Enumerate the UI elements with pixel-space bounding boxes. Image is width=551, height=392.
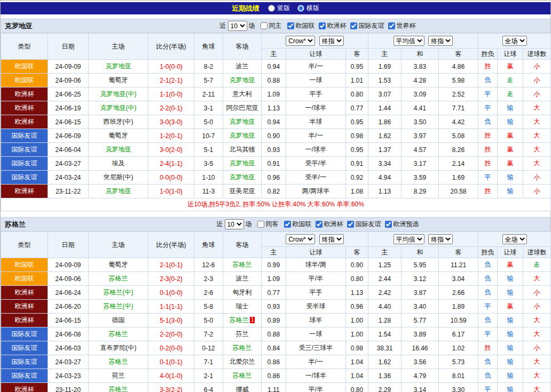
competition-checkbox-label[interactable]: 欧洲杯 (314, 220, 343, 229)
competition-checkbox[interactable] (347, 221, 354, 228)
cell-corners: 8-2 (194, 60, 223, 74)
cell-type: 国际友谊 (1, 129, 48, 143)
match-row: 欧国联24-09-09克罗地亚1-0(0-0)8-2波兰0.94半/一0.951… (1, 60, 551, 74)
subheader-odds-home: 主 (262, 49, 286, 60)
odds-source-select[interactable]: Crow* (286, 234, 315, 244)
cell-handicap_result: 赢 (498, 300, 523, 314)
same-venue-checkbox-label[interactable]: 同主 (259, 21, 282, 30)
cell-type: 国际友谊 (1, 355, 48, 369)
scope-select[interactable]: 全场 (502, 36, 527, 46)
cell-type: 国际友谊 (1, 341, 48, 355)
team-name: 苏格兰 (1, 220, 85, 229)
cell-handicap_result: 输 (498, 101, 523, 115)
cell-avg_away: 11.21 (439, 258, 478, 272)
cell-avg_home: 4.94 (368, 171, 402, 185)
layout-option-2[interactable]: 横版 (296, 4, 319, 13)
cell-crow_handicap: 球半 (286, 314, 346, 327)
odds-stage-select[interactable]: 终指 (319, 36, 344, 46)
competition-checkbox-label[interactable]: 欧洲杯 (318, 21, 347, 30)
cell-avg_home: 1.62 (368, 355, 402, 369)
competition-checkbox-label[interactable]: 国际友谊 (349, 21, 384, 30)
match-row: 欧洲杯24-06-25克罗地亚(中)1-1(0-0)2-11意大利1.09平手0… (1, 87, 551, 101)
cell-result: 负 (478, 369, 498, 383)
cell-home: 荷兰 (89, 369, 148, 383)
scope-group-header: 全场 (478, 34, 551, 49)
cell-crow_home: 0.94 (262, 60, 286, 74)
cell-crow_home: 0.82 (262, 185, 286, 198)
cell-crow_away: 0.95 (346, 60, 368, 74)
odds-source-select[interactable]: Crow* (286, 36, 315, 46)
competition-checkbox-label[interactable]: 国际友谊 (346, 220, 381, 229)
same-venue-checkbox[interactable] (257, 221, 264, 228)
cell-result: 平 (478, 327, 498, 341)
avg-source-select[interactable]: 平均值 (393, 36, 424, 46)
competition-checkbox-label[interactable]: 欧洲预选 (384, 220, 419, 229)
competition-checkbox[interactable] (284, 221, 291, 228)
avg-source-select[interactable]: 平均值 (393, 234, 424, 244)
cell-avg_draw: 3.17 (402, 157, 439, 171)
cell-avg_draw: 3.40 (402, 300, 439, 314)
cell-avg_home: 1.54 (368, 327, 402, 341)
subheader-goals: 进球数 (523, 49, 551, 60)
cell-score: 1-1(1-1) (148, 300, 194, 314)
col-header-away: 客场 (223, 232, 262, 258)
cell-goals: 大 (523, 101, 551, 115)
cell-avg_home: 1.25 (368, 258, 402, 272)
odds-stage-select[interactable]: 终指 (319, 234, 344, 244)
competition-checkbox-label[interactable]: 世界杯 (387, 21, 416, 30)
cell-corners: 2-3 (194, 272, 223, 286)
competition-checkbox-label[interactable]: 欧国联 (286, 21, 315, 30)
layout-radio[interactable] (268, 5, 275, 12)
avg-stage-select[interactable]: 终指 (428, 234, 453, 244)
cell-crow_home: 0.84 (262, 341, 286, 355)
match-row: 欧国联24-09-06苏格兰2-3(0-2)2-3波兰1.09平/半0.802.… (1, 272, 551, 286)
match-row: 国际友谊24-06-09葡萄牙1-2(0-1)10-7克罗地亚0.90半/一0.… (1, 129, 551, 143)
cell-home: 克罗地亚(中) (89, 87, 148, 101)
competition-checkbox[interactable] (388, 22, 395, 29)
competition-checkbox[interactable] (385, 221, 392, 228)
subheader-avg-away: 客 (439, 247, 478, 258)
competition-checkbox[interactable] (319, 22, 326, 29)
cell-crow_handicap: 半球 (286, 115, 346, 129)
cell-handicap_result: 输 (498, 383, 523, 392)
odds-group-header: Crow* 终指 (262, 232, 368, 247)
cell-avg_home: 4.40 (368, 300, 402, 314)
match-row: 欧国联24-09-09葡萄牙2-1(0-1)12-6苏格兰0.99球半/两0.9… (1, 258, 551, 272)
competition-checkbox-label[interactable]: 欧国联 (283, 220, 312, 229)
cell-home: 克罗地亚(中) (89, 101, 148, 115)
filter-near-label: 近 (220, 21, 226, 30)
competition-checkbox[interactable] (316, 221, 322, 228)
cell-handicap_result: 输 (498, 115, 523, 129)
odds-group-header: Crow* 终指 (262, 34, 368, 49)
cell-handicap_result: 输 (498, 355, 523, 369)
subheader-avg-home: 主 (368, 49, 402, 60)
layout-option-1[interactable]: 竖版 (267, 4, 290, 13)
cell-goals: 小 (523, 341, 551, 355)
recent-count-select[interactable]: 10 (228, 21, 247, 31)
cell-goals: 大 (523, 314, 551, 327)
cell-avg_away: 5.08 (439, 129, 478, 143)
competition-checkbox[interactable] (287, 22, 294, 29)
cell-avg_away: 2.66 (439, 286, 478, 300)
subheader-goals: 进球数 (523, 247, 551, 258)
avg-stage-select[interactable]: 终指 (428, 36, 453, 46)
recent-count-select[interactable]: 10 (225, 219, 244, 229)
col-header-score: 比分(半场) (148, 232, 194, 258)
cell-goals: 小 (523, 185, 551, 198)
layout-radio[interactable] (297, 5, 304, 12)
same-venue-checkbox-label[interactable]: 同客 (256, 220, 279, 229)
cell-handicap_result: 赢 (498, 157, 523, 171)
cell-corners: 5-1 (194, 143, 223, 157)
cell-away: 阿尔巴尼亚 (223, 101, 262, 115)
cell-score: 2-1(0-1) (148, 258, 194, 272)
col-header-score: 比分(半场) (148, 34, 194, 60)
cell-result: 平 (478, 300, 498, 314)
same-venue-checkbox[interactable] (261, 22, 267, 29)
scope-select[interactable]: 全场 (502, 234, 527, 244)
cell-avg_draw: 4.79 (402, 369, 439, 383)
cell-corners: 2-1 (194, 369, 223, 383)
competition-checkbox[interactable] (350, 22, 357, 29)
subheader-odds-handicap: 让球 (286, 247, 346, 258)
cell-date: 24-06-03 (48, 341, 89, 355)
cell-type: 国际友谊 (1, 369, 48, 383)
